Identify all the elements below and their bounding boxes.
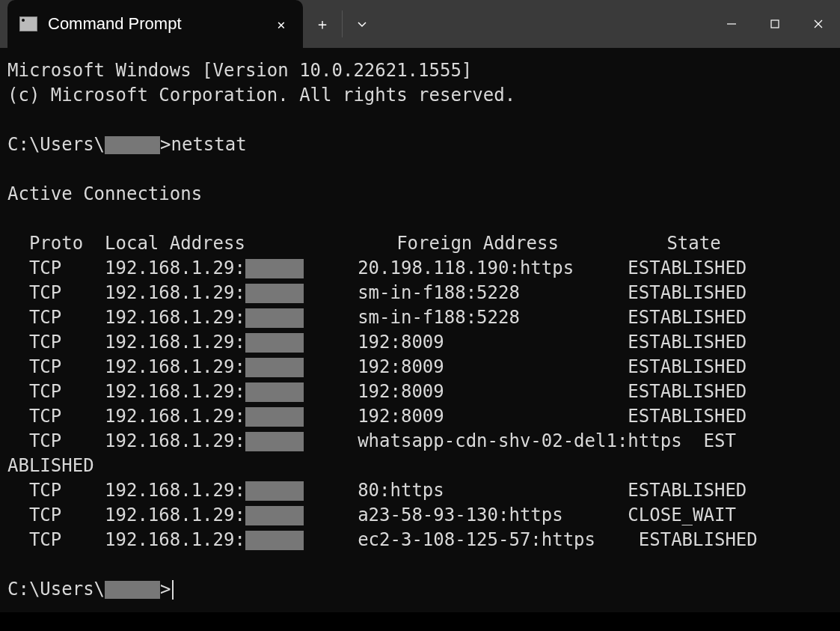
command: netstat [171,134,247,155]
table-row: TCP 192.168.1.29: ec2-3-108-125-57:https… [7,529,758,550]
maximize-button[interactable] [753,0,797,48]
table-row: TCP 192.168.1.29: 80:https ESTABLISHED [7,480,747,501]
tab-dropdown-button[interactable] [343,0,381,48]
close-tab-icon[interactable]: ✕ [273,16,289,32]
cursor [172,580,174,600]
table-row: TCP 192.168.1.29: sm-in-f188:5228 ESTABL… [7,282,747,303]
new-tab-button[interactable]: ＋ [303,0,342,48]
prompt-line: C:\Users\>netstat [7,134,247,155]
table-row: TCP 192.168.1.29: 192:8009 ESTABLISHED [7,356,747,377]
section-header: Active Connections [7,183,202,204]
banner-line: (c) Microsoft Corporation. All rights re… [7,85,515,106]
table-row: TCP 192.168.1.29: a23-58-93-130:https CL… [7,505,736,525]
table-row: TCP 192.168.1.29: 20.198.118.190:https E… [7,257,747,278]
banner-line: Microsoft Windows [Version 10.0.22621.15… [7,60,472,81]
minimize-button[interactable] [710,0,753,48]
svg-rect-1 [771,20,779,28]
titlebar: Command Prompt ✕ ＋ [0,0,840,48]
table-row: TCP 192.168.1.29: whatsapp-cdn-shv-02-de… [7,430,736,451]
table-row: TCP 192.168.1.29: 192:8009 ESTABLISHED [7,332,747,353]
active-tab[interactable]: Command Prompt ✕ [7,0,303,48]
cmd-icon [19,16,37,31]
table-row: TCP 192.168.1.29: sm-in-f188:5228 ESTABL… [7,307,747,328]
prompt-line[interactable]: C:\Users\> [7,579,174,600]
tab-title: Command Prompt [48,14,273,34]
table-row: TCP 192.168.1.29: 192:8009 ESTABLISHED [7,381,747,402]
table-row: TCP 192.168.1.29: 192:8009 ESTABLISHED [7,406,747,427]
terminal-output[interactable]: Microsoft Windows [Version 10.0.22621.15… [0,48,840,612]
close-window-button[interactable] [797,0,840,48]
